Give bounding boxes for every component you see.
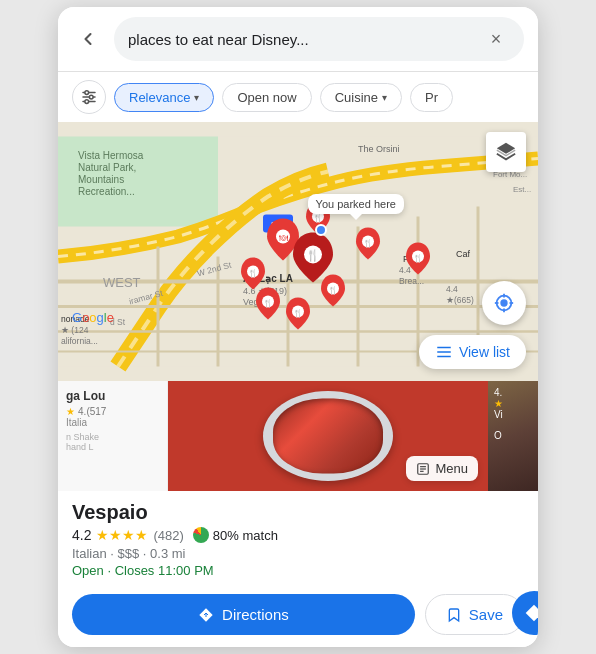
review-count: (482)	[153, 528, 183, 543]
rating-number: 4.2	[72, 527, 91, 543]
svg-text:🍴: 🍴	[313, 213, 323, 223]
svg-text:alifornia...: alifornia...	[61, 336, 98, 346]
svg-text:Natural Park,: Natural Park,	[78, 162, 136, 173]
save-button[interactable]: Save	[425, 594, 524, 635]
menu-label: Menu	[435, 461, 468, 476]
restaurant-name: Vespaio	[72, 501, 524, 524]
svg-text:🍽: 🍽	[279, 233, 288, 243]
layers-button[interactable]	[486, 132, 526, 172]
match-percent: 80% match	[213, 528, 278, 543]
left-card-rating: ★ 4.(517	[66, 405, 159, 417]
svg-point-4	[89, 95, 93, 99]
relevance-arrow-icon: ▾	[194, 92, 199, 103]
svg-text:🍴: 🍴	[413, 253, 423, 263]
cuisine-arrow-icon: ▾	[382, 92, 387, 103]
svg-text:🍴: 🍴	[363, 238, 373, 248]
svg-point-63	[500, 299, 507, 306]
right-card-stars: ★	[494, 398, 532, 409]
right-card-extra: O	[494, 430, 532, 441]
search-bar: places to eat near Disney... ×	[58, 7, 538, 72]
svg-text:🍴: 🍴	[328, 285, 338, 295]
svg-text:Recreation...: Recreation...	[78, 186, 135, 197]
svg-text:★ (124: ★ (124	[61, 325, 89, 335]
match-circle-icon	[193, 527, 209, 543]
svg-point-3	[85, 91, 89, 95]
card-row: ga Lou ★ 4.(517 Italia n Shake hand L	[58, 381, 538, 491]
filter-row: Relevance ▾ Open now Cuisine ▾ Pr	[58, 72, 538, 122]
svg-text:🍴: 🍴	[248, 268, 258, 278]
svg-text:WEST: WEST	[103, 275, 141, 290]
food-image-area: Menu	[168, 381, 488, 491]
stars-display: ★★★★	[96, 527, 148, 543]
chip-open-now[interactable]: Open now	[222, 83, 311, 112]
svg-text:4.4: 4.4	[446, 284, 458, 294]
svg-text:Mountains: Mountains	[78, 174, 124, 185]
save-label: Save	[469, 606, 503, 623]
search-input-wrap[interactable]: places to eat near Disney... ×	[114, 17, 524, 61]
svg-text:Caf: Caf	[456, 249, 471, 259]
svg-point-5	[85, 100, 89, 104]
filter-adjust-button[interactable]	[72, 80, 106, 114]
back-button[interactable]	[72, 23, 104, 55]
right-peek-card[interactable]: 4. ★ Vi O	[488, 381, 538, 491]
action-buttons: Directions Save	[58, 594, 538, 647]
main-restaurant-card: Menu	[168, 381, 488, 491]
restaurant-card-area: ga Lou ★ 4.(517 Italia n Shake hand L	[58, 381, 538, 647]
svg-text:The Orsini: The Orsini	[358, 144, 400, 154]
left-card-name: ga Lou	[66, 389, 159, 403]
directions-label: Directions	[222, 606, 289, 623]
map-area[interactable]: Vista Hermosa Natural Park, Mountains Re…	[58, 122, 538, 381]
svg-text:4.4: 4.4	[399, 265, 411, 275]
restaurant-open-status: Open · Closes 11:00 PM	[72, 563, 524, 578]
view-list-label: View list	[459, 344, 510, 360]
svg-text:🍴: 🍴	[293, 308, 303, 318]
parked-here-bubble: You parked here	[308, 194, 404, 214]
parked-here-dot	[315, 224, 327, 236]
left-card-type: Italia	[66, 417, 159, 428]
svg-text:🍴: 🍴	[263, 298, 273, 308]
chip-price[interactable]: Pr	[410, 83, 453, 112]
right-card-rating: 4.	[494, 387, 532, 398]
google-logo: Google	[72, 310, 114, 325]
restaurant-category: Italian · $$$ · 0.3 mi	[72, 546, 524, 561]
search-text: places to eat near Disney...	[128, 31, 482, 48]
left-card-extra1: n Shake	[66, 432, 159, 442]
svg-text:Vista Hermosa: Vista Hermosa	[78, 150, 144, 161]
left-card-extra2: hand L	[66, 442, 159, 452]
match-badge: 80% match	[193, 527, 278, 543]
right-card-type: Vi	[494, 409, 532, 420]
clear-button[interactable]: ×	[482, 25, 510, 53]
rating-row: 4.2 ★★★★ (482) 80% match	[72, 527, 524, 543]
svg-text:★(665): ★(665)	[446, 295, 474, 305]
my-location-button[interactable]	[482, 281, 526, 325]
svg-text:Brea...: Brea...	[399, 276, 424, 286]
svg-text:🍴: 🍴	[306, 248, 320, 262]
chip-cuisine[interactable]: Cuisine ▾	[320, 83, 402, 112]
food-curry-visual	[273, 399, 383, 474]
svg-text:Est...: Est...	[513, 185, 531, 194]
restaurant-info: Vespaio 4.2 ★★★★ (482) 80% match Italian…	[58, 491, 538, 594]
left-peek-card[interactable]: ga Lou ★ 4.(517 Italia n Shake hand L	[58, 381, 168, 491]
view-list-button[interactable]: View list	[419, 335, 526, 369]
directions-button[interactable]: Directions	[72, 594, 415, 635]
chip-relevance[interactable]: Relevance ▾	[114, 83, 214, 112]
menu-badge[interactable]: Menu	[406, 456, 478, 481]
